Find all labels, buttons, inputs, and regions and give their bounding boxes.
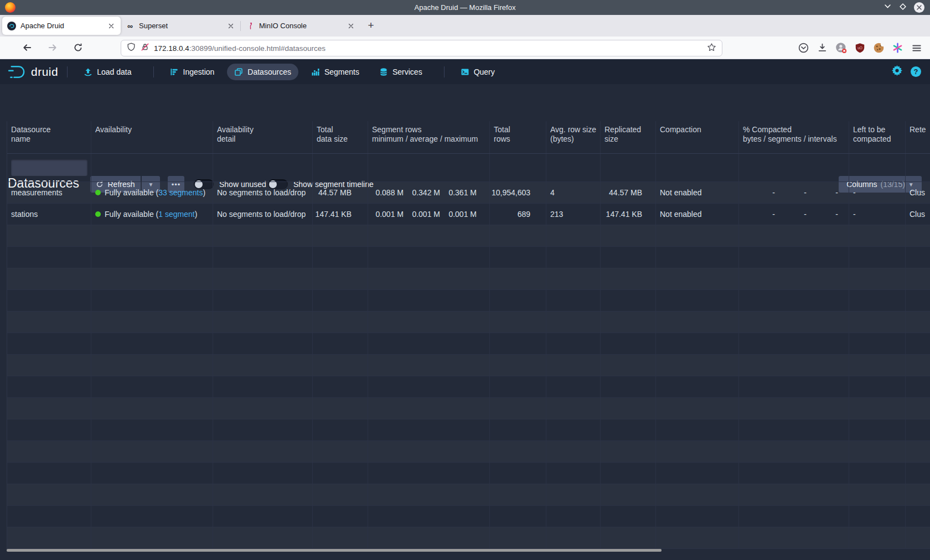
nav-item-load-data[interactable]: Load data bbox=[76, 64, 138, 80]
empty-cell bbox=[739, 268, 849, 289]
window-titlebar[interactable]: Apache Druid — Mozilla Firefox bbox=[0, 0, 930, 15]
tab-title: MinIO Console bbox=[259, 22, 347, 30]
column-header-line1: Avg. row size bbox=[550, 125, 596, 134]
insecure-lock-icon[interactable] bbox=[141, 43, 149, 54]
empty-cell bbox=[213, 484, 313, 505]
filter-cell bbox=[213, 154, 313, 182]
hamburger-menu-icon[interactable] bbox=[911, 42, 922, 54]
bookmark-star-icon[interactable] bbox=[707, 43, 716, 54]
column-header-line1: Total bbox=[317, 125, 333, 134]
window-maximize-icon[interactable] bbox=[898, 2, 907, 13]
empty-cell bbox=[313, 225, 368, 246]
tab-close-icon[interactable] bbox=[226, 22, 235, 30]
tracking-protection-shield-icon[interactable] bbox=[127, 43, 136, 54]
forward-icon[interactable] bbox=[46, 42, 59, 54]
datasource-name-filter-input[interactable] bbox=[11, 159, 87, 176]
tab-close-icon[interactable] bbox=[107, 22, 116, 30]
colorful-asterisk-icon[interactable] bbox=[892, 42, 903, 54]
empty-cell bbox=[7, 527, 91, 548]
pct-compacted-cell: --- bbox=[739, 204, 849, 225]
table-empty-row bbox=[7, 441, 930, 463]
column-header-0[interactable]: Datasourcename bbox=[7, 121, 91, 153]
druid-wordmark: druid bbox=[31, 65, 58, 79]
nav-item-segments[interactable]: Segments bbox=[304, 64, 366, 80]
ublock-shield-icon[interactable]: uO bbox=[854, 42, 866, 54]
pocket-icon[interactable] bbox=[798, 42, 809, 54]
segment-rows-value: 0.001 M bbox=[372, 210, 404, 219]
empty-cell bbox=[368, 527, 490, 548]
empty-cell bbox=[368, 398, 490, 419]
segment-rows-value: 0.001 M bbox=[409, 210, 440, 219]
empty-cell bbox=[906, 333, 930, 354]
column-header-1[interactable]: Availability bbox=[91, 121, 213, 153]
empty-cell bbox=[739, 333, 849, 354]
browser-tab-superset[interactable]: ∞ Superset bbox=[121, 17, 240, 35]
cookie-icon[interactable] bbox=[873, 42, 885, 54]
url-bar[interactable]: 172.18.0.4:30899/unified-console.html#da… bbox=[121, 40, 722, 56]
status-dot-icon bbox=[95, 211, 101, 217]
empty-cell bbox=[601, 290, 656, 311]
nav-item-query[interactable]: Query bbox=[453, 64, 502, 80]
empty-cell bbox=[490, 333, 546, 354]
nav-item-services[interactable]: Services bbox=[372, 64, 430, 80]
nav-item-ingestion[interactable]: Ingestion bbox=[163, 64, 222, 80]
pct-compacted-value: - bbox=[775, 210, 807, 219]
column-header-9[interactable]: % Compactedbytes / segments / intervals bbox=[739, 121, 849, 153]
column-header-11[interactable]: Rete bbox=[906, 121, 930, 153]
column-header-7[interactable]: Replicatedsize bbox=[601, 121, 656, 153]
table-empty-row bbox=[7, 268, 930, 290]
empty-cell bbox=[7, 484, 91, 505]
compaction-cell: Not enabled bbox=[656, 204, 739, 225]
column-header-8[interactable]: Compaction bbox=[656, 121, 739, 153]
nav-item-datasources[interactable]: Datasources bbox=[227, 64, 298, 80]
tab-close-icon[interactable] bbox=[347, 22, 355, 30]
empty-cell bbox=[546, 268, 601, 289]
column-header-5[interactable]: Totalrows bbox=[490, 121, 546, 153]
segments-link[interactable]: 33 segments bbox=[158, 188, 203, 197]
segments-link[interactable]: 1 segment bbox=[158, 210, 194, 219]
column-header-4[interactable]: Segment rowsminimum / average / maximum bbox=[368, 121, 490, 153]
settings-gear-icon[interactable] bbox=[892, 65, 902, 78]
browser-tab-apache-druid[interactable]: Apache Druid bbox=[2, 17, 121, 35]
help-icon[interactable]: ? bbox=[911, 66, 921, 77]
empty-cell bbox=[490, 268, 546, 289]
table-row[interactable]: measurementsFully available (33 segments… bbox=[7, 182, 930, 204]
druid-logo[interactable]: druid bbox=[7, 64, 58, 80]
empty-cell bbox=[906, 355, 930, 376]
availability-text: ) bbox=[195, 210, 198, 219]
empty-cell bbox=[739, 419, 849, 440]
column-header-10[interactable]: Left to becompacted bbox=[849, 121, 906, 153]
filter-cell bbox=[656, 154, 739, 182]
empty-cell bbox=[213, 355, 313, 376]
empty-cell bbox=[91, 290, 213, 311]
browser-tab-minio[interactable]: MinIO Console bbox=[241, 17, 360, 35]
empty-cell bbox=[91, 441, 213, 462]
empty-cell bbox=[656, 225, 739, 246]
column-header-line2: data size bbox=[317, 134, 348, 144]
segment-rows-cell: 0.001 M0.001 M0.001 M bbox=[368, 204, 490, 225]
table-row[interactable]: stationsFully available (1 segment)No se… bbox=[7, 204, 930, 225]
column-header-3[interactable]: Totaldata size bbox=[313, 121, 368, 153]
page-header: Datasources Refresh ▼ ••• Show unused Sh… bbox=[0, 84, 930, 121]
empty-cell bbox=[490, 247, 546, 268]
empty-cell bbox=[313, 441, 368, 462]
download-icon[interactable] bbox=[817, 42, 828, 54]
reload-icon[interactable] bbox=[72, 42, 84, 54]
replicated-size-cell: 44.57 MB bbox=[601, 182, 656, 203]
empty-cell bbox=[7, 376, 91, 397]
table-empty-row bbox=[7, 290, 930, 312]
empty-cell bbox=[313, 333, 368, 354]
column-header-2[interactable]: Availabilitydetail bbox=[213, 121, 313, 153]
new-tab-button[interactable]: + bbox=[364, 18, 378, 33]
empty-cell bbox=[906, 484, 930, 505]
window-minimize-icon[interactable] bbox=[884, 2, 892, 13]
pct-compacted-value: - bbox=[775, 188, 807, 197]
window-close-button[interactable] bbox=[914, 2, 924, 13]
extension-icon[interactable] bbox=[835, 42, 847, 54]
horizontal-scrollbar-thumb[interactable] bbox=[7, 549, 662, 552]
address-text[interactable]: 172.18.0.4:30899/unified-console.html#da… bbox=[154, 44, 707, 53]
left-to-be-compacted-cell: - bbox=[849, 204, 906, 225]
back-icon[interactable] bbox=[21, 42, 33, 54]
column-header-6[interactable]: Avg. row size(bytes) bbox=[546, 121, 601, 153]
empty-cell bbox=[849, 419, 906, 440]
